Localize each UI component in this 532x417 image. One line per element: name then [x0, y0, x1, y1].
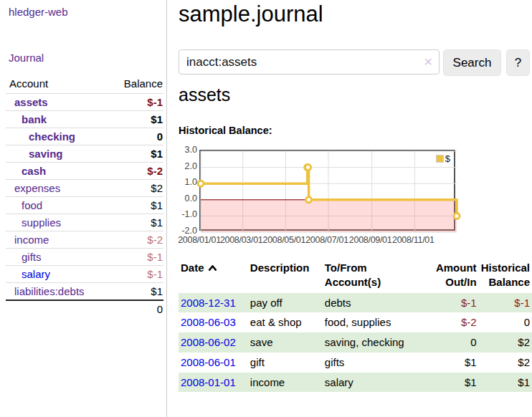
account-link-expenses[interactable]: expenses	[14, 182, 60, 194]
account-link-salary[interactable]: salary	[22, 268, 50, 280]
account-link-checking[interactable]: checking	[29, 130, 75, 143]
account-row: income$-2	[6, 231, 163, 249]
y-axis-tick-label: -2.0	[179, 226, 197, 236]
search-button[interactable]: Search	[443, 49, 501, 76]
main-pane: sample.journal ✕ Search ? assets Histori…	[179, 0, 532, 27]
transaction-date-link[interactable]: 2008-06-01	[181, 356, 236, 368]
register-date-cell: 2008-06-02	[179, 332, 248, 353]
account-row: supplies$1	[6, 214, 163, 231]
legend-label: $	[445, 153, 450, 164]
register-description-cell: save	[248, 332, 323, 353]
chart-legend: $	[436, 153, 450, 164]
register-accounts-cell: debts	[323, 293, 427, 313]
account-row: liabilities:debts$1	[6, 283, 163, 301]
register-date-cell: 2008-01-01	[179, 373, 248, 393]
account-balance: $-2	[108, 163, 163, 180]
accounts-header-balance: Balance	[108, 75, 163, 94]
y-axis-tick-label: -1.0	[179, 209, 197, 219]
transaction-date-link[interactable]: 2008-01-01	[181, 376, 236, 388]
register-row: 2008-12-31pay offdebts$-1$-1	[179, 293, 532, 313]
account-row: saving$1	[6, 145, 163, 163]
account-balance: 0	[108, 128, 163, 145]
register-amount-cell: $-2	[427, 312, 479, 332]
search-input[interactable]	[179, 49, 440, 75]
register-header-accounts: To/From Account(s)	[323, 258, 427, 293]
register-amount-cell: $1	[427, 373, 479, 393]
help-button[interactable]: ?	[506, 49, 530, 76]
register-description-cell: income	[248, 373, 323, 393]
chart-plot-area[interactable]: $	[199, 150, 455, 231]
register-balance-cell: 0	[479, 312, 532, 332]
register-balance-cell: $2	[479, 353, 532, 373]
account-link-assets[interactable]: assets	[14, 96, 48, 108]
account-link-saving[interactable]: saving	[29, 148, 63, 160]
sidebar: hledger-web Journal Account Balance asse…	[0, 0, 167, 417]
account-balance: $1	[108, 214, 163, 231]
account-link-bank[interactable]: bank	[22, 113, 47, 125]
account-balance: $1	[108, 145, 163, 163]
account-balance: $-1	[108, 266, 163, 283]
account-balance: $2	[108, 180, 163, 197]
register-table: Date Description To/From Account(s) Amou…	[179, 258, 532, 392]
account-link-income[interactable]: income	[14, 234, 49, 246]
account-balance: $1	[108, 197, 163, 214]
accounts-total-row: 0	[6, 300, 163, 317]
chart-heading: Historical Balance:	[179, 125, 272, 136]
account-link-cash[interactable]: cash	[22, 165, 46, 177]
register-header-amount: Amount Out/In	[427, 258, 479, 293]
register-accounts-cell: food, supplies	[323, 312, 427, 332]
legend-swatch-icon	[436, 155, 444, 163]
register-description-cell: pay off	[248, 293, 323, 313]
sidebar-item-journal[interactable]: Journal	[9, 52, 44, 64]
account-row: cash$-2	[6, 163, 163, 180]
register-accounts-cell: salary	[323, 373, 427, 393]
account-row: salary$-1	[6, 266, 163, 283]
register-row: 2008-06-02savesaving, checking0$2	[179, 332, 532, 353]
account-row: expenses$2	[6, 180, 163, 197]
y-axis-tick-label: 1.0	[179, 177, 197, 187]
account-link-food[interactable]: food	[22, 199, 42, 211]
account-link-supplies[interactable]: supplies	[22, 216, 61, 229]
register-date-cell: 2008-06-03	[179, 312, 248, 332]
account-row: bank$1	[6, 111, 163, 128]
register-row: 2008-06-01giftgifts$1$2	[179, 353, 532, 373]
app-brand-link[interactable]: hledger-web	[9, 6, 68, 18]
clear-search-icon[interactable]: ✕	[424, 55, 433, 69]
transaction-date-link[interactable]: 2008-06-02	[181, 336, 236, 348]
y-axis-tick-label: 0.0	[179, 193, 197, 203]
account-row: gifts$-1	[6, 249, 163, 266]
search-bar: ✕ Search ?	[179, 49, 532, 76]
accounts-table: Account Balance assets$-1bank$1checking0…	[6, 75, 163, 317]
register-accounts-cell: gifts	[323, 353, 427, 373]
accounts-header-account: Account	[6, 75, 108, 94]
register-description-cell: gift	[248, 353, 323, 373]
account-balance: $-1	[108, 249, 163, 266]
transaction-date-link[interactable]: 2008-12-31	[181, 297, 236, 309]
accounts-total-balance: 0	[108, 300, 163, 317]
account-row: checking0	[6, 128, 163, 145]
account-link-gifts[interactable]: gifts	[22, 251, 42, 263]
y-axis-tick-label: 2.0	[179, 161, 197, 171]
historical-balance-chart: $ 3.02.01.00.0-1.0-2.02008/01/012008/03/…	[179, 146, 532, 248]
register-balance-cell: $1	[479, 373, 532, 393]
account-balance: $1	[108, 283, 163, 301]
register-accounts-cell: saving, checking	[323, 332, 427, 353]
register-amount-cell: $-1	[427, 293, 479, 313]
register-amount-cell: $1	[427, 353, 479, 373]
register-header-description: Description	[248, 258, 323, 293]
register-header-date[interactable]: Date	[179, 258, 248, 293]
register-description-cell: eat & shop	[248, 312, 323, 332]
register-balance-cell: $2	[479, 332, 532, 353]
register-row: 2008-06-03eat & shopfood, supplies$-20	[179, 312, 532, 332]
x-axis-tick-label: 2008/11/01	[387, 235, 439, 245]
account-balance: $-1	[108, 94, 163, 111]
account-balance: $1	[108, 111, 163, 128]
account-row: food$1	[6, 197, 163, 214]
account-heading: assets	[179, 85, 230, 105]
account-row: assets$-1	[6, 94, 163, 111]
register-balance-cell: $-1	[479, 293, 532, 313]
transaction-date-link[interactable]: 2008-06-03	[181, 316, 236, 328]
account-link-liabilities-debts[interactable]: liabilities:debts	[14, 285, 85, 297]
register-header-balance: Historical Balance	[479, 258, 532, 293]
register-date-cell: 2008-06-01	[179, 353, 248, 373]
